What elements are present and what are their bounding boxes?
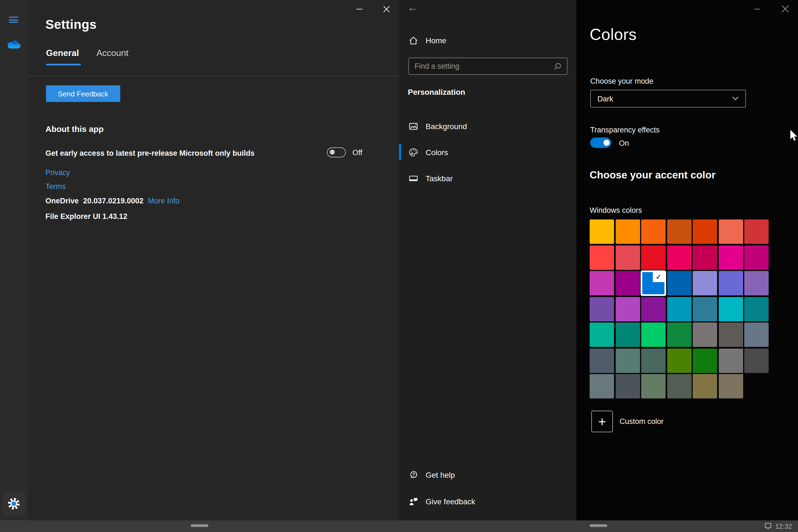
background-image-icon <box>408 121 418 131</box>
accent-color-swatch[interactable] <box>693 297 717 321</box>
nav-item-taskbar[interactable]: Taskbar <box>399 171 576 186</box>
accent-color-swatch[interactable] <box>744 220 768 244</box>
accent-color-swatch[interactable] <box>719 297 743 321</box>
accent-color-swatch[interactable] <box>615 348 640 373</box>
accent-color-swatch[interactable] <box>744 297 768 321</box>
nav-item-label: Background <box>425 122 467 131</box>
accent-color-swatch[interactable] <box>693 271 717 296</box>
accent-color-swatch[interactable] <box>641 374 666 398</box>
accent-color-swatch[interactable] <box>641 348 666 373</box>
close-icon[interactable] <box>779 3 791 14</box>
accent-color-swatch[interactable] <box>667 297 691 321</box>
minimize-icon[interactable] <box>751 3 763 14</box>
accent-color-swatch[interactable] <box>719 374 743 398</box>
early-access-toggle[interactable] <box>327 147 346 157</box>
accent-color-swatch[interactable] <box>590 220 614 244</box>
more-info-link[interactable]: More Info <box>148 197 179 205</box>
accent-color-swatch[interactable] <box>615 220 640 244</box>
check-icon: ✓ <box>653 272 664 282</box>
active-tab-underline <box>46 64 81 65</box>
accent-color-swatch[interactable] <box>615 271 640 296</box>
search-icon[interactable] <box>553 62 562 71</box>
taskbar-app-indicator[interactable] <box>590 524 607 527</box>
about-heading: About this app <box>45 124 103 134</box>
accent-color-swatch[interactable] <box>667 323 691 347</box>
chevron-down-icon <box>732 96 739 101</box>
accent-color-swatch[interactable] <box>590 323 614 347</box>
accent-color-swatch[interactable] <box>590 348 614 373</box>
nav-item-label: Home <box>425 36 446 44</box>
accent-color-swatch[interactable] <box>719 220 743 244</box>
accent-color-swatch[interactable] <box>719 323 743 347</box>
search-box[interactable] <box>408 58 568 75</box>
accent-color-swatch[interactable] <box>641 220 666 244</box>
accent-color-swatch[interactable] <box>719 245 743 270</box>
accent-color-swatch[interactable] <box>641 323 666 347</box>
onedrive-logo <box>5 38 22 49</box>
tab-general[interactable]: General <box>46 48 79 58</box>
nav-item-give-feedback[interactable]: Give feedback <box>399 494 576 509</box>
privacy-link[interactable]: Privacy <box>45 169 70 177</box>
accent-color-swatch[interactable] <box>667 348 691 373</box>
accent-color-swatch[interactable] <box>590 245 614 270</box>
accent-color-swatch[interactable] <box>641 245 666 270</box>
minimize-icon[interactable] <box>353 3 365 14</box>
windows-colors-label: Windows colors <box>590 206 642 214</box>
taskbar-app-indicator[interactable] <box>191 524 208 527</box>
accent-color-swatch[interactable] <box>719 271 743 296</box>
accent-color-swatch[interactable] <box>744 323 768 347</box>
accent-color-swatch[interactable] <box>744 245 768 270</box>
page-title: Settings <box>45 17 97 32</box>
accent-color-swatch[interactable] <box>693 245 717 270</box>
accent-color-swatch[interactable] <box>590 297 614 321</box>
onedrive-sidebar <box>0 0 28 520</box>
back-arrow-icon[interactable]: ← <box>407 2 418 14</box>
nav-item-colors[interactable]: Colors <box>399 145 576 159</box>
accent-color-swatch[interactable] <box>693 220 717 244</box>
accent-color-swatch[interactable] <box>615 297 640 321</box>
onedrive-settings-window: Settings General Account Send Feedback A… <box>28 0 399 520</box>
onedrive-version-label: OneDrive <box>45 197 79 205</box>
accent-color-swatch[interactable] <box>667 271 691 296</box>
divider <box>28 75 399 76</box>
taskbar-clock[interactable]: 12:32 <box>775 522 792 530</box>
tab-account[interactable]: Account <box>96 48 129 58</box>
accent-color-swatch[interactable] <box>744 271 768 296</box>
accent-color-swatch[interactable] <box>590 374 614 398</box>
send-feedback-button[interactable]: Send Feedback <box>46 86 120 102</box>
accent-color-swatch[interactable] <box>641 297 666 321</box>
accent-color-swatch-selected[interactable]: ✓ <box>641 271 666 296</box>
accent-color-swatch[interactable] <box>719 348 743 373</box>
taskbar-icon <box>408 173 418 183</box>
colors-page-title: Colors <box>590 25 637 44</box>
hamburger-icon[interactable] <box>9 17 18 24</box>
custom-color-button[interactable]: + <box>591 411 613 432</box>
terms-link[interactable]: Terms <box>45 182 66 191</box>
transparency-toggle[interactable] <box>590 137 611 148</box>
settings-gear-button[interactable] <box>2 492 25 515</box>
accent-color-swatch[interactable] <box>744 348 768 373</box>
accent-color-swatch[interactable] <box>693 348 717 373</box>
close-icon[interactable] <box>380 3 392 14</box>
accent-color-swatch[interactable] <box>615 323 640 347</box>
accent-color-swatch[interactable] <box>667 374 691 398</box>
accent-color-swatch[interactable] <box>693 323 717 347</box>
mode-dropdown[interactable]: Dark <box>590 90 746 108</box>
accent-color-swatch[interactable] <box>693 374 717 398</box>
accent-color-swatch[interactable] <box>615 374 640 398</box>
accent-color-swatch[interactable] <box>615 245 640 270</box>
accent-color-swatch[interactable] <box>667 220 691 244</box>
nav-item-label: Taskbar <box>425 174 453 183</box>
nav-item-background[interactable]: Background <box>399 119 576 134</box>
nav-item-home[interactable]: Home <box>399 33 576 48</box>
accent-color-swatch[interactable] <box>590 271 614 296</box>
search-input[interactable] <box>409 62 553 70</box>
desktop: Settings General Account Send Feedback A… <box>0 0 798 532</box>
toggle-knob <box>329 150 335 155</box>
accent-color-swatch[interactable] <box>667 245 691 270</box>
settings-nav-panel: ← Home Personalization Background <box>399 0 576 520</box>
nav-item-label: Get help <box>425 470 455 479</box>
nav-item-get-help[interactable]: ? Get help <box>399 467 576 482</box>
get-help-icon: ? <box>408 470 418 480</box>
tray-display-icon[interactable] <box>764 522 772 530</box>
